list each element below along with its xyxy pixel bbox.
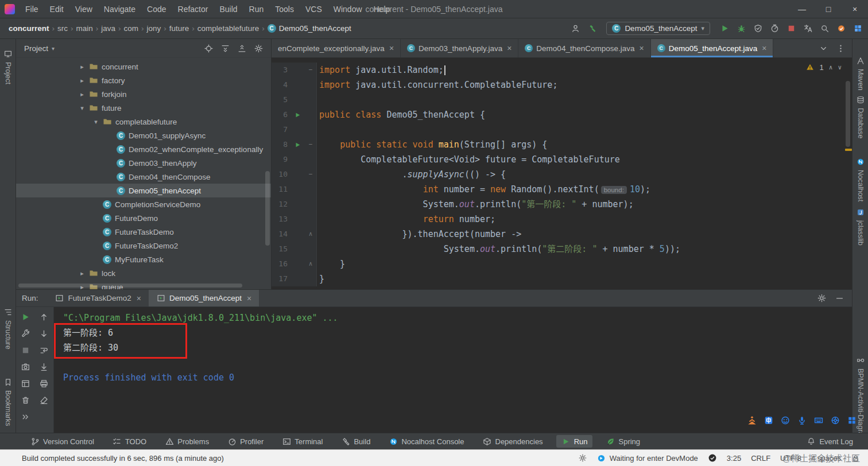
code-line[interactable]: 6public class Demo05_thenAccept { bbox=[272, 107, 852, 122]
code-area[interactable]: 3−import java.util.Random;4import java.u… bbox=[272, 58, 852, 289]
up-icon[interactable] bbox=[40, 312, 49, 321]
tree-item-future[interactable]: ▾future bbox=[16, 101, 271, 115]
code-line[interactable]: 5 bbox=[272, 92, 852, 107]
tree-item-demo03_thenapply[interactable]: CDemo03_thenApply bbox=[16, 156, 271, 170]
tree-item-lock[interactable]: ▸lock bbox=[16, 266, 271, 280]
menu-run[interactable]: Run bbox=[243, 2, 270, 17]
code-line[interactable]: 14∧ }).thenAccept(number -> bbox=[272, 227, 852, 242]
code-line[interactable]: 3−import java.util.Random; bbox=[272, 63, 852, 77]
softwrap-icon[interactable] bbox=[40, 345, 49, 355]
down-icon[interactable] bbox=[40, 329, 49, 338]
run-play-icon[interactable] bbox=[720, 24, 729, 33]
tree-chevron-icon[interactable]: ▸ bbox=[78, 77, 86, 84]
code-line[interactable]: 4import java.util.concurrent.Completable… bbox=[272, 77, 852, 92]
code-line[interactable]: 13 return number; bbox=[272, 212, 852, 227]
stripe-bookmarks-button[interactable]: Bookmarks bbox=[0, 378, 16, 426]
tree-chevron-icon[interactable]: ▸ bbox=[78, 63, 86, 71]
code-line[interactable]: 17} bbox=[272, 271, 852, 286]
locate-icon[interactable] bbox=[204, 44, 213, 53]
plugin-blue-icon[interactable] bbox=[853, 24, 862, 33]
gear-icon[interactable] bbox=[817, 294, 826, 303]
task-circle-icon[interactable] bbox=[708, 453, 717, 463]
tree-chevron-icon[interactable]: ▸ bbox=[78, 270, 86, 277]
run-config-combo[interactable]: C Demo05_thenAccept ▾ bbox=[606, 22, 710, 35]
collapse-all-icon[interactable] bbox=[237, 44, 246, 53]
tree-item-demo05_thenaccept[interactable]: CDemo05_thenAccept bbox=[16, 184, 271, 197]
toolwindow-version-control[interactable]: Version Control bbox=[25, 435, 99, 448]
translate-icon[interactable] bbox=[803, 24, 812, 33]
menu-file[interactable]: File bbox=[20, 2, 44, 17]
inspection-widget[interactable]: 1 ∧ ∨ bbox=[803, 61, 844, 73]
wrench-icon[interactable] bbox=[21, 329, 30, 338]
menu-view[interactable]: View bbox=[69, 2, 98, 17]
tree-item-myfuturetask[interactable]: CMyFutureTask bbox=[16, 253, 271, 266]
code-line[interactable]: 12 System.out.println("第一阶段: " + number)… bbox=[272, 197, 852, 212]
close-tab-icon[interactable]: × bbox=[137, 294, 141, 303]
tree-item-factory[interactable]: ▸factory bbox=[16, 73, 271, 87]
toolwindow-nocalhost-console[interactable]: Nocalhost Console bbox=[383, 435, 469, 448]
stop-red-icon[interactable] bbox=[786, 24, 796, 33]
fold-icon[interactable]: − bbox=[305, 167, 316, 182]
stop-gray-icon[interactable] bbox=[21, 345, 30, 355]
toolwindow-problems[interactable]: Problems bbox=[160, 435, 214, 448]
ime-mode-icon[interactable] bbox=[781, 415, 790, 425]
wheel-icon[interactable] bbox=[831, 415, 840, 425]
toolwindow-dependencies[interactable]: Dependencies bbox=[478, 435, 548, 448]
close-tab-icon[interactable]: × bbox=[762, 44, 766, 53]
tree-item-futuretaskdemo[interactable]: CFutureTaskDemo bbox=[16, 225, 271, 239]
tree-chevron-icon[interactable]: ▾ bbox=[92, 118, 100, 126]
breadcrumb-item[interactable]: main bbox=[75, 23, 95, 34]
fold-icon[interactable]: − bbox=[305, 137, 316, 152]
menu-refactor[interactable]: Refactor bbox=[172, 2, 214, 17]
hammer-green-icon[interactable] bbox=[587, 24, 596, 33]
print-icon[interactable] bbox=[40, 379, 49, 388]
more-dots-icon[interactable] bbox=[836, 44, 845, 53]
input-zh-icon[interactable] bbox=[764, 415, 773, 425]
coverage-icon[interactable] bbox=[753, 24, 762, 33]
breadcrumb-item[interactable]: completablefuture bbox=[196, 23, 261, 34]
debug-bug-icon[interactable] bbox=[737, 24, 746, 33]
run-tab[interactable]: FutureTaskDemo2× bbox=[48, 290, 149, 306]
close-tab-icon[interactable]: × bbox=[247, 294, 251, 303]
keyboard-icon[interactable] bbox=[814, 415, 823, 425]
project-panel-title[interactable]: Project ▾ bbox=[24, 44, 55, 53]
fold-icon[interactable]: ∧ bbox=[305, 227, 316, 242]
breadcrumb-item[interactable]: java bbox=[99, 23, 117, 34]
camera-icon[interactable] bbox=[21, 362, 30, 371]
breadcrumb-item[interactable]: future bbox=[168, 23, 191, 34]
fold-icon[interactable]: ∧ bbox=[305, 257, 316, 271]
gear-icon[interactable] bbox=[578, 453, 587, 463]
stripe-database-button[interactable]: Database bbox=[852, 95, 868, 139]
code-line[interactable]: 8− public static void main(String[] args… bbox=[272, 137, 852, 152]
stripe-nocalhost-button[interactable]: Nocalhost bbox=[852, 157, 868, 202]
editor-tab[interactable]: CDemo04_thenCompose.java× bbox=[518, 39, 650, 57]
tree-chevron-icon[interactable]: ▾ bbox=[78, 104, 86, 112]
project-horizontal-scrollbar[interactable] bbox=[18, 284, 242, 288]
toolwindow-build[interactable]: Build bbox=[336, 435, 375, 448]
profiler-run-icon[interactable] bbox=[770, 24, 779, 33]
trash-icon[interactable] bbox=[21, 395, 30, 405]
minimize-button[interactable]: — bbox=[789, 0, 815, 18]
breadcrumb-item[interactable]: src bbox=[56, 23, 69, 34]
stripe-structure-button[interactable]: Structure bbox=[0, 308, 16, 350]
breadcrumb-item[interactable]: jony bbox=[145, 23, 163, 34]
tree-item-futuretaskdemo2[interactable]: CFutureTaskDemo2 bbox=[16, 239, 271, 253]
breadcrumb-item[interactable]: com bbox=[122, 23, 141, 34]
rerun-icon[interactable] bbox=[21, 312, 30, 321]
fold-icon[interactable]: − bbox=[305, 63, 316, 77]
toolwindow-terminal[interactable]: Terminal bbox=[277, 435, 328, 448]
tree-item-demo01_supplyasync[interactable]: CDemo01_supplyAsync bbox=[16, 129, 271, 142]
next-warning-icon[interactable]: ∨ bbox=[838, 64, 842, 71]
stripe-project-button[interactable]: Project bbox=[0, 49, 16, 84]
toolwindow-todo[interactable]: TODO bbox=[107, 435, 152, 448]
code-line[interactable]: 7 bbox=[272, 122, 852, 137]
project-vertical-scrollbar[interactable] bbox=[265, 171, 270, 246]
menu-tools[interactable]: Tools bbox=[269, 2, 300, 17]
tree-item-completionservicedemo[interactable]: CCompletionServiceDemo bbox=[16, 197, 271, 211]
tree-item-concurrent[interactable]: ▸concurrent bbox=[16, 60, 271, 73]
console-output[interactable]: "C:\Program Files\Java\jdk1.8.0_211\bin\… bbox=[54, 307, 852, 433]
double-chevron-icon[interactable] bbox=[21, 412, 30, 421]
chevron-down-icon[interactable] bbox=[819, 44, 828, 53]
devmode-status[interactable]: Waiting for enter DevMode bbox=[597, 453, 698, 463]
breadcrumb-item[interactable]: concurrent bbox=[7, 23, 51, 34]
